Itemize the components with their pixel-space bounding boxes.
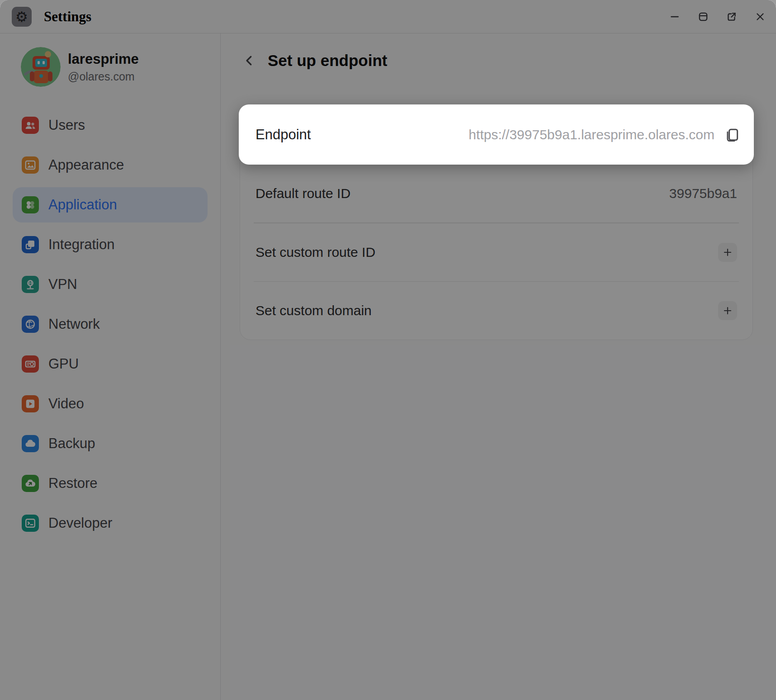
endpoint-label: Endpoint <box>256 127 311 143</box>
endpoint-url: https://39975b9a1.laresprime.olares.com <box>468 127 714 142</box>
settings-window: ⚙ Settings <box>0 0 776 700</box>
endpoint-row: Endpoint https://39975b9a1.laresprime.ol… <box>239 104 754 165</box>
copy-icon[interactable] <box>722 126 740 144</box>
